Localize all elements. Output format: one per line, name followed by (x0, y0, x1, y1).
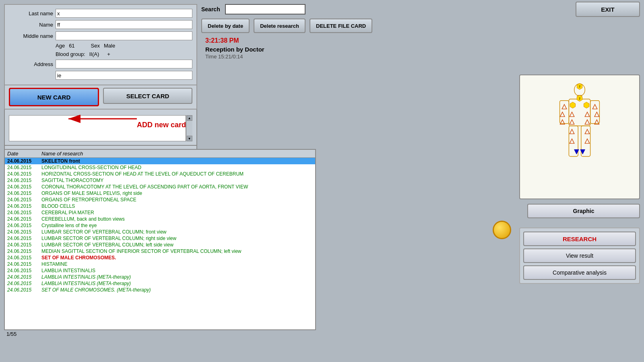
svg-marker-18 (585, 120, 589, 124)
svg-marker-13 (562, 104, 566, 109)
research-table-wrapper[interactable]: Date Name of research 24.06.2015SKELETON… (4, 149, 316, 330)
delete-file-card-button[interactable]: DELETE FILE CARD (310, 19, 372, 33)
research-table-body: 24.06.2015SKELETON front24.06.2015LONGIT… (5, 158, 315, 294)
age-value: 61 (69, 43, 74, 49)
search-label: Search (201, 6, 220, 12)
delete-research-button[interactable]: Delete research (254, 19, 305, 33)
new-card-button[interactable]: NEW CARD (10, 89, 98, 105)
table-row[interactable]: 24.06.2015SKELETON front (5, 158, 315, 165)
table-row[interactable]: 24.06.2015MEDIAN SAGITTAL SECTION OF INF… (5, 248, 315, 254)
svg-marker-19 (570, 129, 574, 134)
new-card-wrapper: NEW CARD (9, 88, 99, 106)
table-row[interactable]: 24.06.2015LUMBAR SECTOR OF VERTEBRAL COL… (5, 235, 315, 242)
table-row[interactable]: 24.06.2015ORGANS OF MALE SMALL PELVIS, r… (5, 190, 315, 197)
top-right-panel: Search EXIT Delete by date Delete resear… (201, 4, 640, 60)
svg-marker-22 (585, 139, 589, 143)
table-cell-date: 24.06.2015 (5, 274, 39, 280)
time-reception-block: 3:21:38 PM Reception by Doctor Time 15:2… (205, 37, 640, 60)
table-row[interactable]: 24.06.2015LONGITUDINAL CROSS-SECTION OF … (5, 164, 315, 171)
notes-textarea[interactable] (9, 115, 186, 141)
middle-name-label: Middle name (9, 33, 53, 39)
middle-name-input[interactable] (56, 31, 192, 40)
table-cell-date: 24.06.2015 (5, 171, 39, 177)
table-row[interactable]: 24.06.2015HISTAMINE (5, 261, 315, 267)
graphic-button[interactable]: Graphic (527, 204, 640, 218)
yellow-circle-decoration (493, 221, 511, 239)
select-card-button[interactable]: SELECT CARD (103, 88, 192, 104)
scroll-up-arrow[interactable]: ▲ (187, 115, 192, 121)
name-row: Name (9, 20, 192, 29)
table-row[interactable]: 24.06.2015SET OF MALE CHROMOSOMES. (META… (5, 287, 315, 293)
page-indicator: 1/55 (6, 331, 17, 337)
table-row[interactable]: 24.06.2015CEREBELLUM, back and button vi… (5, 216, 315, 222)
age-label: Age (56, 43, 65, 49)
table-row[interactable]: 24.06.2015LAMBLIA INTESTINALIS (META-the… (5, 280, 315, 287)
delete-by-date-button[interactable]: Delete by date (201, 19, 250, 33)
view-result-button[interactable]: View result (523, 248, 636, 263)
body-diagram-panel: 2 2 (519, 74, 640, 199)
last-name-row: Last name (9, 9, 192, 18)
table-row[interactable]: 24.06.2015HORIZONTAL CROSS-SECTION OF HE… (5, 171, 315, 177)
col-date-header: Date (5, 150, 39, 158)
table-cell-name: LAMBLIA INTESTINALIS (META-therapy) (39, 274, 315, 280)
patient-form-panel: Last name Name Middle name Age 61 Sex Ma… (4, 4, 197, 167)
table-row[interactable]: 24.06.2015LUMBAR SECTOR OF VERTEBRAL COL… (5, 229, 315, 235)
name-input[interactable] (56, 20, 192, 29)
table-row[interactable]: 24.06.2015CORONAL THORACOTOMY AT THE LEV… (5, 184, 315, 190)
table-cell-date: 24.06.2015 (5, 216, 39, 222)
table-cell-date: 24.06.2015 (5, 177, 39, 184)
table-row[interactable]: 24.06.2015SAGITTAL THORACOTOMY (5, 177, 315, 184)
last-name-input[interactable] (56, 9, 192, 18)
table-row[interactable]: 24.06.2015CEREBRAL PIA MATER (5, 209, 315, 216)
table-row[interactable]: 24.06.2015LAMBLIA INTESTINALIS (5, 267, 315, 274)
table-cell-date: 24.06.2015 (5, 158, 39, 165)
table-cell-name: LAMBLIA INTESTINALIS (META-therapy) (39, 280, 315, 287)
exit-button[interactable]: EXIT (576, 2, 640, 17)
search-exit-row: Search EXIT (201, 4, 640, 14)
research-button[interactable]: RESEARCH (523, 232, 636, 246)
table-row[interactable]: 24.06.2015LAMBLIA INTESTINALIS (META-the… (5, 274, 315, 280)
table-cell-date: 24.06.2015 (5, 197, 39, 203)
table-header-row: Date Name of research (5, 150, 315, 158)
name-label: Name (9, 22, 53, 28)
table-cell-name: SET OF MALE CHROMOSOMES. (META-therapy) (39, 287, 315, 293)
table-cell-name: BLOOD CELLS (39, 203, 315, 209)
table-row[interactable]: 24.06.2015BLOOD CELLS (5, 203, 315, 209)
body-diagram-svg: 2 2 (541, 81, 618, 193)
last-name-label: Last name (9, 10, 53, 17)
svg-marker-20 (585, 129, 589, 134)
table-row[interactable]: 24.06.2015LUMBAR SECTOR OF VERTEBRAL COL… (5, 242, 315, 248)
col-name-header: Name of research (39, 150, 315, 158)
research-table: Date Name of research 24.06.2015SKELETON… (5, 150, 315, 293)
ie-input[interactable] (56, 71, 192, 80)
table-cell-name: CORONAL THORACOTOMY AT THE LEVEL OF ASCE… (39, 184, 315, 190)
address-label: Address (9, 61, 53, 67)
table-cell-date: 24.06.2015 (5, 209, 39, 216)
address-row: Address (9, 60, 192, 68)
table-row[interactable]: 24.06.2015Crystalline lens of the eye (5, 222, 315, 229)
svg-text:2: 2 (579, 97, 580, 100)
scroll-down-arrow[interactable]: ▼ (187, 136, 192, 141)
text-area-wrapper: ▲ ▼ (9, 115, 192, 143)
table-row[interactable]: 24.06.2015ORGANS OF RETROPERITONEAL SPAC… (5, 197, 315, 203)
svg-marker-24 (594, 112, 599, 116)
table-cell-name: HISTAMINE (39, 261, 315, 267)
table-cell-date: 24.06.2015 (5, 287, 39, 293)
textarea-scrollbar: ▲ ▼ (186, 115, 192, 141)
table-cell-date: 24.06.2015 (5, 190, 39, 197)
blood-group-row: Blood group: II(A) + (9, 51, 192, 57)
table-cell-name: CEREBELLUM, back and button views (39, 216, 315, 222)
table-cell-date: 24.06.2015 (5, 242, 39, 248)
address-input[interactable] (56, 60, 192, 68)
textarea-section: ▲ ▼ (4, 110, 197, 146)
svg-marker-16 (585, 112, 589, 116)
middle-name-row: Middle name (9, 31, 192, 40)
patient-form: Last name Name Middle name Age 61 Sex Ma… (4, 4, 197, 85)
table-cell-name: LAMBLIA INTESTINALIS (39, 267, 315, 274)
svg-marker-15 (570, 112, 574, 116)
table-cell-date: 24.06.2015 (5, 280, 39, 287)
table-row[interactable]: 24.06.2015SET OF MALE CHROMOSOMES. (5, 254, 315, 261)
table-cell-name: ORGANS OF RETROPERITONEAL SPACE (39, 197, 315, 203)
comparative-analysis-button[interactable]: Comparative analysis (523, 265, 636, 280)
search-input[interactable] (225, 4, 305, 14)
